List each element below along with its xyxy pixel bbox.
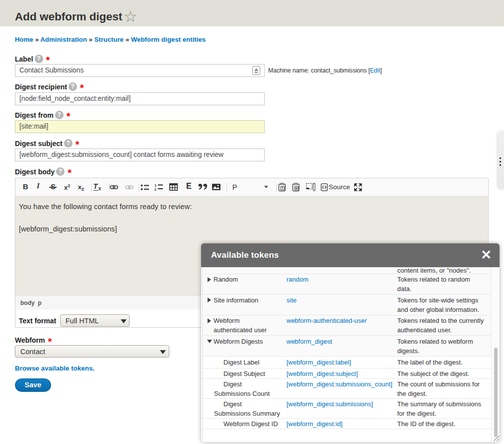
svg-text:1: 1 — [154, 184, 156, 187]
svg-text:T: T — [282, 187, 284, 190]
svg-text:W: W — [295, 187, 298, 190]
svg-text:2: 2 — [154, 188, 156, 191]
svg-text:A: A — [255, 68, 258, 73]
